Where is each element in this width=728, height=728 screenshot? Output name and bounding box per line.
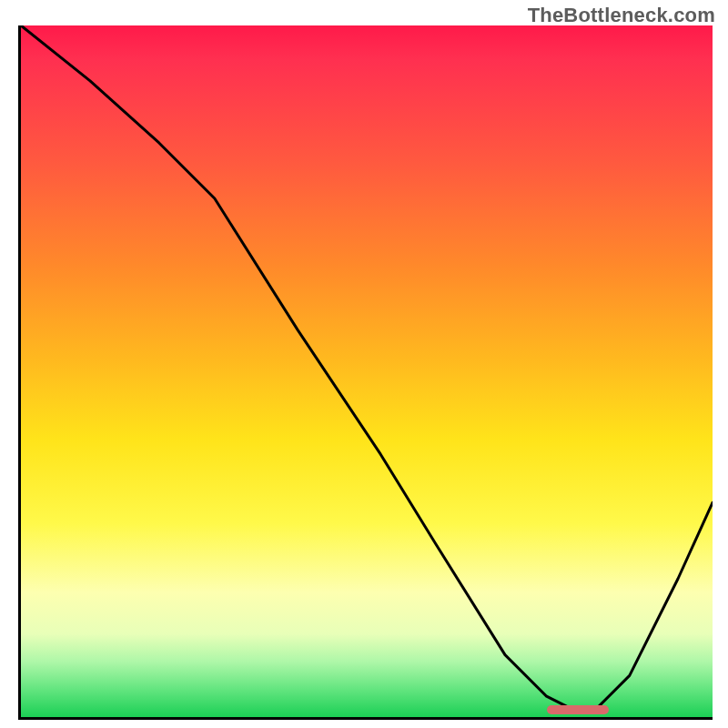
watermark-text: TheBottleneck.com — [528, 4, 715, 27]
curve-svg — [21, 25, 713, 717]
optimum-marker — [547, 705, 609, 714]
plot-area — [18, 25, 713, 720]
curve-path — [21, 25, 713, 710]
chart-container: TheBottleneck.com — [0, 0, 728, 728]
